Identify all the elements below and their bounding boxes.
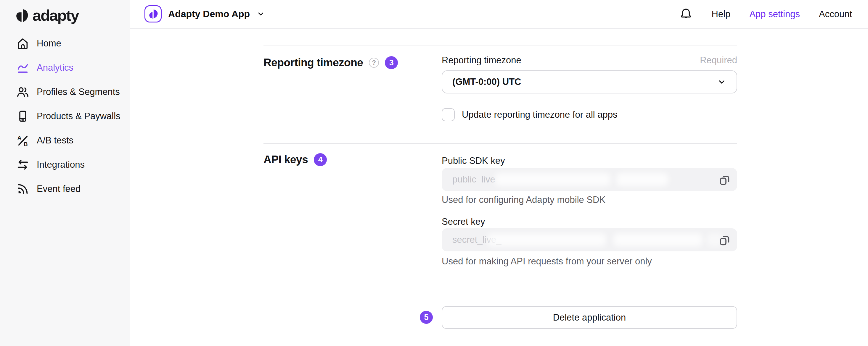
sidebar-item-label: Home bbox=[37, 38, 61, 49]
step-badge-3: 3 bbox=[385, 56, 398, 69]
question-mark-icon[interactable]: ? bbox=[369, 58, 379, 68]
logo-wordmark: adapty bbox=[33, 6, 79, 24]
timezone-select-value: (GMT-0:00) UTC bbox=[452, 77, 717, 87]
sidebar-item-home[interactable]: Home bbox=[0, 31, 130, 56]
sidebar-item-event-feed[interactable]: Event feed bbox=[0, 177, 130, 201]
reporting-timezone-section-header: Reporting timezone ? 3 bbox=[264, 56, 398, 69]
sidebar-item-label: Profiles & Segments bbox=[37, 86, 120, 97]
delete-application-label: Delete application bbox=[553, 312, 626, 323]
sidebar-item-analytics[interactable]: Analytics bbox=[0, 56, 130, 80]
step-badge-4: 4 bbox=[314, 153, 327, 166]
app-settings-page: adapty Home Analytics bbox=[0, 0, 868, 346]
home-icon bbox=[16, 37, 30, 50]
sidebar-item-profiles-segments[interactable]: Profiles & Segments bbox=[0, 80, 130, 104]
blurred-key-mask bbox=[488, 233, 606, 246]
current-app-name: Adapty Demo App bbox=[168, 8, 250, 20]
sidebar-item-integrations[interactable]: Integrations bbox=[0, 152, 130, 177]
update-all-apps-row: Update reporting timezone for all apps bbox=[442, 108, 618, 121]
section-title: API keys bbox=[264, 153, 308, 166]
public-sdk-key-field[interactable]: public_live_ bbox=[442, 168, 737, 191]
products-icon bbox=[16, 109, 30, 123]
adapty-app-icon bbox=[145, 5, 162, 23]
svg-text:B: B bbox=[24, 141, 28, 147]
account-link[interactable]: Account bbox=[819, 9, 852, 20]
update-all-apps-label: Update reporting timezone for all apps bbox=[462, 109, 618, 120]
secret-key-label: Secret key bbox=[442, 216, 485, 227]
copy-icon[interactable] bbox=[718, 173, 731, 186]
chevron-down-icon bbox=[717, 77, 726, 86]
sidebar: adapty Home Analytics bbox=[0, 0, 130, 346]
sidebar-item-label: Event feed bbox=[37, 184, 81, 194]
notification-bell-icon[interactable] bbox=[679, 7, 693, 21]
api-keys-section-header: API keys 4 bbox=[264, 153, 327, 166]
public-key-helper-text: Used for configuring Adapty mobile SDK bbox=[442, 195, 606, 205]
svg-text:A: A bbox=[18, 135, 21, 141]
section-divider bbox=[264, 45, 737, 46]
event-feed-icon bbox=[16, 182, 30, 196]
app-settings-link[interactable]: App settings bbox=[749, 9, 800, 20]
adapty-leaf-icon bbox=[15, 7, 29, 24]
adapty-logo[interactable]: adapty bbox=[15, 6, 79, 24]
sidebar-item-ab-tests[interactable]: A B A/B tests bbox=[0, 128, 130, 152]
public-key-label-row: Public SDK key bbox=[442, 155, 737, 166]
help-link[interactable]: Help bbox=[712, 9, 731, 20]
sidebar-item-label: Integrations bbox=[37, 160, 85, 170]
secret-key-field[interactable]: secret_live_ bbox=[442, 228, 737, 251]
timezone-label-row: Reporting timezone Required bbox=[442, 55, 737, 66]
public-sdk-key-label: Public SDK key bbox=[442, 155, 505, 166]
sidebar-item-label: Analytics bbox=[37, 62, 73, 73]
secret-key-helper-text: Used for making API requests from your s… bbox=[442, 256, 652, 267]
integrations-icon bbox=[16, 158, 30, 172]
blurred-key-mask bbox=[616, 173, 668, 186]
section-divider bbox=[264, 296, 737, 296]
section-divider bbox=[264, 143, 737, 144]
delete-application-button[interactable]: Delete application bbox=[442, 306, 737, 329]
sidebar-item-label: Products & Paywalls bbox=[37, 111, 121, 122]
analytics-icon bbox=[16, 61, 30, 74]
step-badge-5: 5 bbox=[420, 311, 433, 324]
profiles-icon bbox=[16, 85, 30, 99]
blurred-key-mask bbox=[613, 233, 702, 246]
header-right-nav: Help App settings Account bbox=[679, 0, 852, 28]
section-title: Reporting timezone bbox=[264, 57, 363, 69]
required-label: Required bbox=[700, 55, 737, 66]
blurred-key-mask bbox=[495, 173, 611, 186]
copy-icon[interactable] bbox=[718, 233, 731, 247]
secret-key-label-row: Secret key bbox=[442, 216, 737, 227]
top-header: Adapty Demo App Help App settings Accoun… bbox=[130, 0, 868, 29]
update-all-apps-checkbox[interactable] bbox=[442, 108, 455, 121]
timezone-field-label: Reporting timezone bbox=[442, 55, 521, 66]
public-key-value-prefix: public_live_ bbox=[452, 168, 500, 191]
sidebar-item-products-paywalls[interactable]: Products & Paywalls bbox=[0, 104, 130, 128]
timezone-select[interactable]: (GMT-0:00) UTC bbox=[442, 70, 737, 94]
app-selector-dropdown[interactable]: Adapty Demo App bbox=[145, 5, 265, 23]
ab-tests-icon: A B bbox=[16, 134, 30, 147]
sidebar-item-label: A/B tests bbox=[37, 135, 73, 146]
chevron-down-icon bbox=[256, 9, 265, 18]
sidebar-nav: Home Analytics Profiles & Segments bbox=[0, 31, 130, 201]
